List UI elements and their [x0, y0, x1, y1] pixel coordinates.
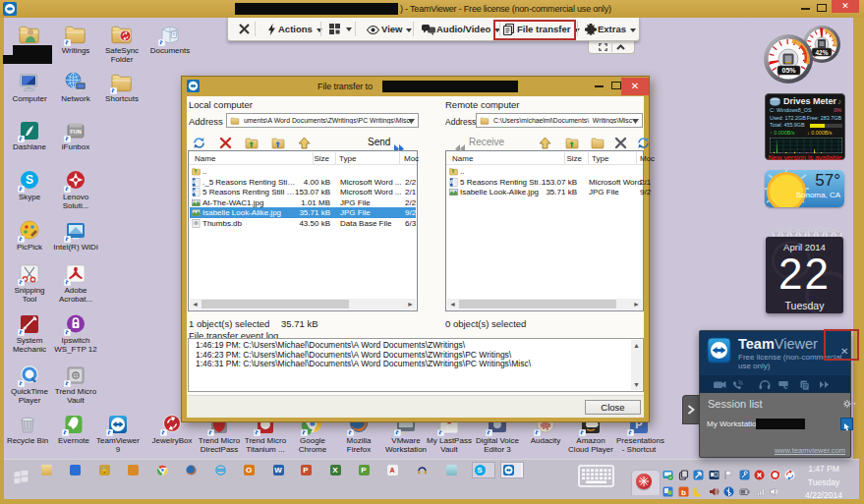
svg-text:42%: 42%	[815, 49, 828, 56]
svg-text:FUN: FUN	[70, 129, 81, 135]
svg-text:05%: 05%	[781, 67, 796, 74]
svg-text:W: W	[449, 180, 454, 185]
svg-text:W: W	[192, 180, 197, 185]
svg-text:S: S	[26, 173, 33, 187]
svg-text:b: b	[681, 488, 686, 497]
svg-text:W: W	[192, 190, 197, 195]
